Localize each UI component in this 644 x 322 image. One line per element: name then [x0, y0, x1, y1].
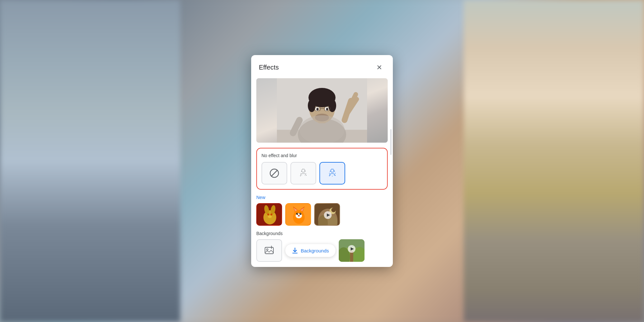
backgrounds-section: Backgrounds	[256, 231, 388, 262]
svg-point-56	[296, 213, 298, 215]
backgrounds-tooltip-button[interactable]: Backgrounds	[285, 244, 336, 257]
svg-point-66	[331, 208, 336, 212]
svg-point-45	[267, 213, 269, 215]
new-thumbnails-row	[256, 203, 388, 226]
svg-point-29	[306, 173, 306, 174]
backgrounds-row: Backgrounds	[256, 239, 388, 262]
svg-point-27	[305, 171, 306, 172]
close-icon	[376, 64, 383, 71]
svg-point-57	[299, 213, 301, 215]
add-image-icon	[264, 246, 274, 255]
svg-point-25	[302, 169, 305, 172]
svg-point-12	[317, 108, 319, 110]
fox-thumb[interactable]	[285, 203, 311, 226]
svg-point-59	[300, 213, 301, 214]
svg-point-46	[270, 213, 272, 215]
svg-point-32	[331, 169, 334, 172]
effects-modal: Effects	[251, 55, 393, 267]
svg-point-31	[305, 175, 305, 176]
strong-blur-button[interactable]	[319, 162, 345, 185]
svg-point-38	[334, 175, 335, 175]
no-sign-icon	[269, 168, 280, 179]
backgrounds-tooltip-label: Backgrounds	[301, 248, 329, 253]
modal-body: No effect and blur	[251, 148, 393, 267]
svg-point-47	[268, 215, 272, 218]
modal-header: Effects	[251, 55, 393, 78]
bunny-preview	[257, 204, 282, 226]
effects-row	[261, 162, 383, 185]
svg-point-60	[298, 215, 300, 216]
svg-rect-69	[265, 247, 273, 254]
person-preview-svg	[277, 78, 367, 143]
forest2-thumb[interactable]	[339, 239, 365, 262]
modal-overlay: Effects	[0, 0, 644, 322]
svg-point-13	[326, 108, 328, 110]
no-effect-label: No effect and blur	[261, 153, 383, 158]
scrollbar[interactable]	[390, 129, 392, 155]
backgrounds-label: Backgrounds	[256, 231, 388, 236]
svg-point-9	[328, 99, 336, 112]
forest-preview	[315, 204, 340, 226]
svg-point-34	[334, 171, 335, 172]
video-preview	[256, 78, 388, 143]
svg-point-70	[267, 249, 268, 251]
svg-point-33	[330, 171, 330, 172]
forest2-preview	[339, 239, 365, 262]
slight-blur-button[interactable]	[290, 162, 316, 185]
no-effect-section: No effect and blur	[256, 148, 388, 190]
svg-point-35	[329, 173, 330, 174]
new-section-label: New	[256, 195, 388, 200]
svg-point-26	[301, 171, 302, 172]
svg-point-37	[330, 175, 331, 175]
svg-point-28	[300, 173, 301, 174]
bunny-thumb[interactable]	[256, 203, 282, 226]
new-section: New	[256, 195, 388, 226]
svg-point-30	[301, 175, 302, 176]
no-effect-button[interactable]	[261, 162, 287, 185]
download-arrow-icon	[292, 247, 298, 254]
fox-preview	[286, 204, 311, 226]
svg-point-36	[335, 173, 336, 174]
svg-line-24	[271, 170, 278, 176]
slight-blur-icon	[297, 167, 309, 179]
close-button[interactable]	[374, 62, 385, 73]
video-person	[256, 78, 388, 143]
svg-point-39	[332, 176, 333, 176]
add-background-button[interactable]	[256, 239, 282, 262]
svg-point-58	[297, 213, 298, 214]
forest-video-thumb[interactable]	[314, 203, 340, 226]
svg-point-8	[308, 99, 316, 112]
modal-title: Effects	[259, 64, 279, 71]
strong-blur-icon	[326, 167, 338, 179]
